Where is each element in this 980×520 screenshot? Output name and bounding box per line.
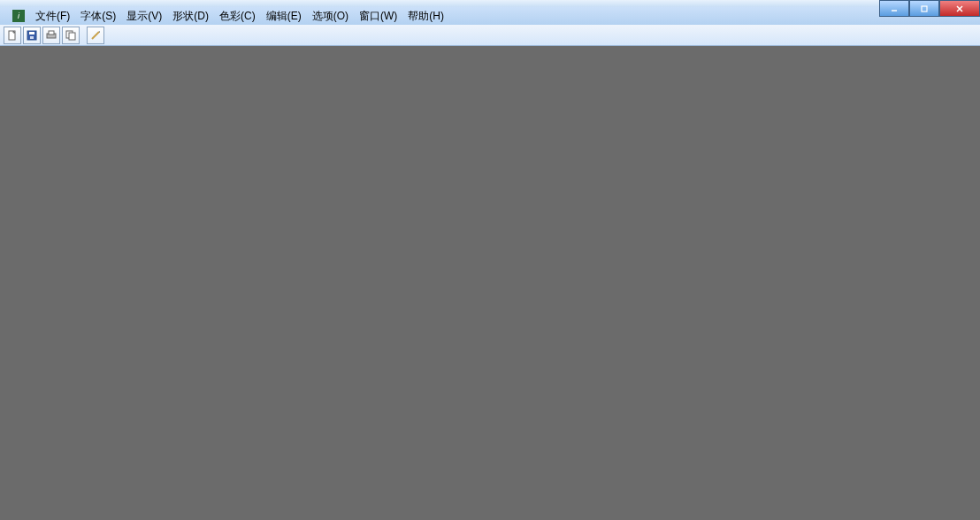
copy-icon[interactable] [62, 27, 80, 44]
menu-0[interactable]: 文件(F) [30, 8, 75, 24]
os-close-button[interactable] [939, 0, 980, 17]
new-icon[interactable] [4, 27, 21, 44]
toolbar [0, 25, 980, 46]
svg-rect-6 [29, 32, 34, 34]
menu-7[interactable]: 窗口(W) [354, 8, 402, 24]
svg-rect-9 [49, 31, 54, 34]
svg-line-12 [92, 32, 99, 39]
os-window-controls [879, 0, 980, 17]
print-icon[interactable] [42, 27, 60, 44]
menu-5[interactable]: 编辑(E) [261, 8, 307, 24]
menu-4[interactable]: 色彩(C) [214, 8, 261, 24]
save-icon[interactable] [23, 27, 41, 44]
os-titlebar [0, 0, 980, 7]
menu-1[interactable]: 字体(S) [75, 8, 121, 24]
svg-rect-1 [922, 6, 927, 11]
os-maximize-button[interactable] [909, 0, 939, 17]
menu-8[interactable]: 帮助(H) [402, 8, 449, 24]
app-icon: i [12, 10, 25, 22]
menu-6[interactable]: 选项(O) [307, 8, 354, 24]
menu-2[interactable]: 显示(V) [121, 8, 167, 24]
os-minimize-button[interactable] [879, 0, 909, 17]
menu-3[interactable]: 形状(D) [167, 8, 214, 24]
pencil-icon[interactable] [87, 27, 104, 44]
svg-rect-7 [30, 36, 34, 39]
svg-rect-11 [69, 33, 75, 40]
menubar: i 文件(F)字体(S)显示(V)形状(D)色彩(C)编辑(E)选项(O)窗口(… [0, 7, 980, 25]
mdi-area [0, 46, 980, 520]
